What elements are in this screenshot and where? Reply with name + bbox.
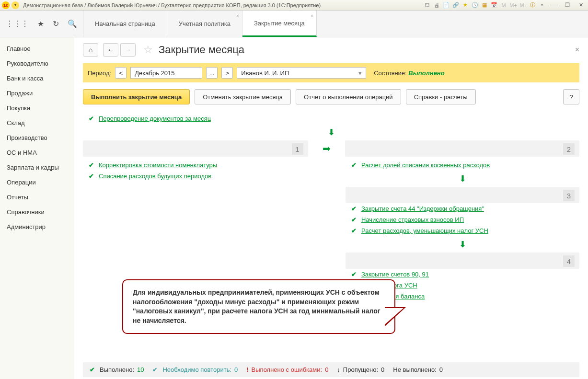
window-titlebar: 1c ▾ Демонстрационная база / Любимов Вал… [0, 0, 588, 11]
operation-link[interactable]: Расчет долей списания косвенных расходов [361, 161, 490, 169]
cancel-close-button[interactable]: Отменить закрытие месяца [195, 89, 291, 104]
period-field[interactable]: Декабрь 2015 [130, 67, 202, 79]
check-icon: ✔ [89, 161, 94, 169]
status-count: 0 [381, 366, 384, 373]
sidebar-item-manager[interactable]: Руководителю [0, 56, 74, 71]
window-close-button[interactable]: ✕ [576, 1, 586, 9]
organization-value: Иванов И. И. ИП [241, 69, 289, 77]
tab-close-month[interactable]: Закрытие месяца × [242, 11, 317, 37]
sidebar-item-operations[interactable]: Операции [0, 175, 74, 190]
block-4-header: 4 [346, 253, 579, 269]
info-dropdown-icon[interactable]: ▾ [538, 1, 546, 9]
back-button[interactable]: ← [103, 43, 118, 57]
period-prev-button[interactable]: < [115, 67, 127, 79]
skip-icon: ↓ [337, 366, 340, 373]
home-button[interactable]: ⌂ [83, 43, 98, 57]
status-count: 0 [234, 366, 238, 373]
info-icon[interactable]: ⓘ [529, 1, 536, 9]
page-title: Закрытие месяца [159, 44, 244, 56]
check-icon: ✔ [351, 271, 357, 278]
operations-report-button[interactable]: Отчет о выполнении операций [296, 89, 401, 104]
calendar-icon[interactable]: 📅 [490, 1, 498, 9]
operation-link[interactable]: Расчет расходов, уменьшающих налог УСН [361, 227, 488, 234]
forward-button[interactable]: → [120, 43, 136, 57]
app-menu-dropdown[interactable]: ▾ [12, 1, 19, 9]
check-icon: ✔ [89, 172, 94, 180]
operation-row: ✔ Расчет расходов, уменьшающих налог УСН [346, 225, 579, 236]
sidebar-item-reports[interactable]: Отчеты [0, 190, 74, 205]
error-icon: ! [246, 366, 248, 373]
memory-mplus-icon[interactable]: M+ [509, 1, 517, 9]
sidebar-item-warehouse[interactable]: Склад [0, 115, 74, 130]
block-number: 2 [563, 143, 575, 155]
calculations-button[interactable]: Справки - расчеты [406, 89, 476, 104]
organization-field[interactable]: Иванов И. И. ИП ▾ [237, 67, 366, 79]
tab-start-page[interactable]: Начальная страница [83, 11, 167, 37]
memory-mminus-icon[interactable]: M- [519, 1, 527, 9]
check-icon: ✔ [152, 366, 158, 373]
calculator-icon[interactable]: ▦ [481, 1, 488, 9]
arrow-down-icon: ⬇ [346, 173, 579, 184]
operation-row: ✔ Закрытие счетов 90, 91 [346, 269, 579, 280]
check-icon: ✔ [351, 216, 357, 223]
block-number: 3 [563, 190, 575, 201]
callout-text: Для индивидуальных предпринимателей, при… [133, 288, 380, 324]
status-label: Необходимо повторить: [162, 366, 231, 373]
operation-row: ✔ Перепроведение документов за месяц [83, 113, 579, 124]
sidebar-item-main[interactable]: Главное [0, 41, 74, 56]
search-icon[interactable]: 🔍 [68, 19, 77, 28]
tab-close-icon[interactable]: × [311, 13, 313, 19]
operation-link[interactable]: Корректировка стоимости номенклатуры [99, 161, 217, 169]
star-icon[interactable]: ★ [37, 19, 44, 28]
memory-m-icon[interactable]: M [500, 1, 507, 9]
document-icon[interactable]: 📄 [442, 1, 450, 9]
page-header: ⌂ ← → ☆ Закрытие месяца × [83, 43, 579, 57]
tab-label: Учетная политика [179, 20, 231, 27]
annotation-callout: Для индивидуальных предпринимателей, при… [122, 279, 395, 334]
sidebar-item-production[interactable]: Производство [0, 130, 74, 145]
status-label: Состояние: [374, 69, 406, 77]
status-label: Не выполнено: [393, 366, 436, 373]
window-restore-button[interactable]: ❐ [562, 1, 573, 9]
favorite-icon[interactable]: ★ [461, 1, 469, 9]
operation-link[interactable]: Закрытие счетов 90, 91 [361, 271, 429, 278]
window-minimize-button[interactable]: — [549, 1, 559, 9]
history-icon[interactable]: 🕓 [471, 1, 479, 9]
sidebar-item-catalogs[interactable]: Справочники [0, 205, 74, 219]
sidebar-item-assets[interactable]: ОС и НМА [0, 145, 74, 160]
period-select-button[interactable]: ... [206, 67, 218, 79]
status-repeat: ✔ Необходимо повторить: 0 [152, 366, 238, 373]
sidebar-item-sales[interactable]: Продажи [0, 86, 74, 101]
operation-link[interactable]: Списание расходов будущих периодов [99, 172, 211, 180]
sidebar-item-purchases[interactable]: Покупки [0, 101, 74, 115]
action-buttons: Выполнить закрытие месяца Отменить закры… [83, 89, 579, 104]
sidebar-item-payroll[interactable]: Зарплата и кадры [0, 160, 74, 175]
status-skipped: ↓ Пропущено: 0 [337, 366, 384, 373]
help-button[interactable]: ? [563, 89, 579, 104]
check-icon: ✔ [351, 227, 357, 234]
status-bar: ✔ Выполнено: 10 ✔ Необходимо повторить: … [83, 362, 579, 377]
sidebar-item-bank[interactable]: Банк и касса [0, 71, 74, 86]
save-icon[interactable]: 🖫 [423, 1, 431, 9]
sidebar-item-admin[interactable]: Администрир [0, 219, 74, 234]
recent-icon[interactable]: ↻ [53, 19, 59, 28]
favorite-star-icon[interactable]: ☆ [143, 44, 153, 56]
block-3-header: 3 [346, 187, 579, 203]
operation-link[interactable]: Начисление страховых взносов ИП [361, 216, 464, 223]
page-close-button[interactable]: × [575, 46, 579, 54]
window-title: Демонстрационная база / Любимов Валерий … [23, 2, 423, 8]
execute-close-button[interactable]: Выполнить закрытие месяца [83, 89, 190, 104]
check-icon: ✔ [90, 366, 95, 373]
apps-icon[interactable]: ⋮⋮⋮ [6, 19, 29, 28]
app-logo-icon: 1c [2, 1, 10, 9]
check-icon: ✔ [351, 161, 357, 169]
tab-accounting-policy[interactable]: Учетная политика × [167, 11, 242, 37]
arrow-down-icon: ⬇ [346, 239, 579, 250]
operation-repost-link[interactable]: Перепроведение документов за месяц [99, 115, 211, 122]
status-label: Пропущено: [343, 366, 378, 373]
tab-close-icon[interactable]: × [236, 13, 239, 19]
operation-link[interactable]: Закрытие счета 44 "Издержки обращения" [361, 205, 484, 212]
print-icon[interactable]: 🖨 [433, 1, 440, 9]
link-icon[interactable]: 🔗 [452, 1, 460, 9]
period-next-button[interactable]: > [221, 67, 233, 79]
